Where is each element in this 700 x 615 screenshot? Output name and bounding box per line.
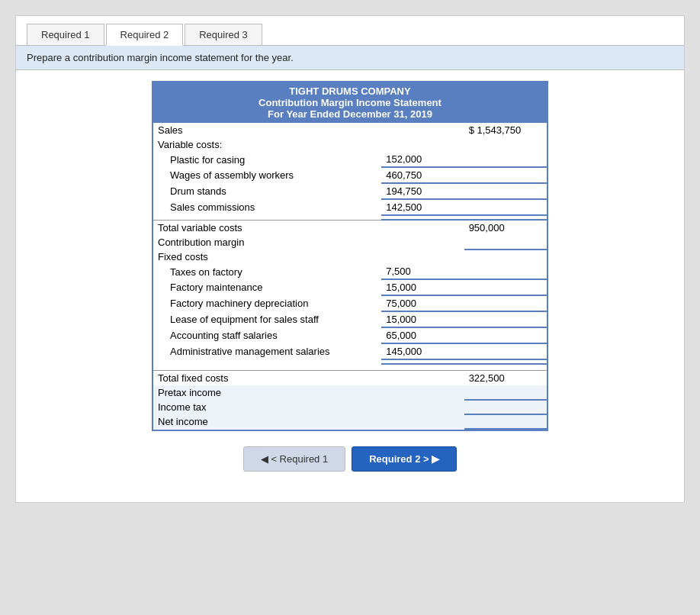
statement-title: Contribution Margin Income Statement (158, 97, 542, 108)
drum-stands-label: Drum stands (153, 183, 381, 199)
sales-comm-label: Sales commissions (153, 199, 381, 215)
table-row: Lease of equipment for sales staff 15,00… (153, 311, 547, 327)
net-income-value[interactable] (464, 414, 547, 429)
table-row: Income tax (153, 400, 547, 414)
content-area: TIGHT DRUMS COMPANY Contribution Margin … (16, 70, 684, 502)
table-row: Sales $ 1,543,750 (153, 123, 547, 137)
factory-maint-label: Factory maintenance (153, 279, 381, 295)
table-row: Contribution margin (153, 235, 547, 250)
sales-value: $ 1,543,750 (464, 123, 547, 137)
plastic-label: Plastic for casing (153, 152, 381, 167)
next-chevron-icon: ▶ (432, 453, 439, 465)
page-container: Required 1 Required 2 Required 3 Prepare… (15, 15, 685, 503)
table-row: Total fixed costs 322,500 (153, 370, 547, 385)
table-row: Factory machinery depreciation 75,000 (153, 295, 547, 311)
table-row: Accounting staff salaries 65,000 (153, 327, 547, 343)
variable-costs-label: Variable costs: (153, 137, 381, 152)
table-row: Fixed costs (153, 250, 547, 264)
income-statement-table: Sales $ 1,543,750 Variable costs: Plasti… (153, 123, 547, 430)
tabs-bar: Required 1 Required 2 Required 3 (16, 16, 684, 46)
prev-label: < Required 1 (271, 453, 328, 465)
table-row: Drum stands 194,750 (153, 183, 547, 199)
pretax-value[interactable] (464, 385, 547, 400)
income-tax-value[interactable] (464, 400, 547, 414)
table-row: Total variable costs 950,000 (153, 220, 547, 235)
table-row: Variable costs: (153, 137, 547, 152)
next-label: Required 2 > (369, 453, 429, 465)
factory-depr-label: Factory machinery depreciation (153, 295, 381, 311)
company-name: TIGHT DRUMS COMPANY (158, 85, 542, 97)
admin-value[interactable]: 145,000 (381, 343, 464, 359)
taxes-factory-value[interactable]: 7,500 (381, 264, 464, 279)
sales-comm-value[interactable]: 142,500 (381, 199, 464, 215)
wages-value[interactable]: 460,750 (381, 167, 464, 183)
fixed-costs-label: Fixed costs (153, 250, 381, 264)
instruction-bar: Prepare a contribution margin income sta… (16, 46, 684, 70)
table-row: Taxes on factory 7,500 (153, 264, 547, 279)
drum-stands-value[interactable]: 194,750 (381, 183, 464, 199)
sales-label: Sales (153, 123, 381, 137)
total-fixed-value: 322,500 (464, 370, 547, 385)
factory-maint-value[interactable]: 15,000 (381, 279, 464, 295)
prev-button[interactable]: ◀ < Required 1 (243, 446, 345, 472)
statement-header: TIGHT DRUMS COMPANY Contribution Margin … (153, 82, 547, 123)
table-row: Plastic for casing 152,000 (153, 152, 547, 167)
total-variable-label: Total variable costs (153, 220, 381, 235)
table-row: Net income (153, 414, 547, 429)
tab-required2[interactable]: Required 2 (106, 24, 184, 46)
table-row: Pretax income (153, 385, 547, 400)
wages-label: Wages of assembly workers (153, 167, 381, 183)
sales-mid (381, 123, 464, 137)
net-income-label: Net income (153, 414, 381, 429)
pretax-label: Pretax income (153, 385, 381, 400)
plastic-value[interactable]: 152,000 (381, 152, 464, 167)
statement-wrapper: TIGHT DRUMS COMPANY Contribution Margin … (152, 81, 548, 431)
lease-label: Lease of equipment for sales staff (153, 311, 381, 327)
table-row (153, 364, 547, 370)
bottom-nav: ◀ < Required 1 Required 2 > ▶ (27, 431, 673, 479)
prev-chevron-icon: ◀ (261, 453, 268, 465)
contribution-margin-value[interactable] (464, 235, 547, 250)
factory-depr-value[interactable]: 75,000 (381, 295, 464, 311)
next-button[interactable]: Required 2 > ▶ (352, 446, 457, 472)
instruction-text: Prepare a contribution margin income sta… (27, 52, 294, 63)
accounting-label: Accounting staff salaries (153, 327, 381, 343)
tab-required1[interactable]: Required 1 (27, 24, 104, 45)
total-variable-value: 950,000 (464, 220, 547, 235)
total-fixed-label: Total fixed costs (153, 370, 381, 385)
table-row: Administrative management salaries 145,0… (153, 343, 547, 359)
table-row: Factory maintenance 15,000 (153, 279, 547, 295)
accounting-value[interactable]: 65,000 (381, 327, 464, 343)
table-row: Wages of assembly workers 460,750 (153, 167, 547, 183)
admin-label: Administrative management salaries (153, 343, 381, 359)
contribution-margin-label: Contribution margin (153, 235, 381, 250)
lease-value[interactable]: 15,000 (381, 311, 464, 327)
table-row: Sales commissions 142,500 (153, 199, 547, 215)
taxes-factory-label: Taxes on factory (153, 264, 381, 279)
tab-required3[interactable]: Required 3 (185, 24, 262, 45)
statement-date: For Year Ended December 31, 2019 (158, 108, 542, 120)
income-tax-label: Income tax (153, 400, 381, 414)
